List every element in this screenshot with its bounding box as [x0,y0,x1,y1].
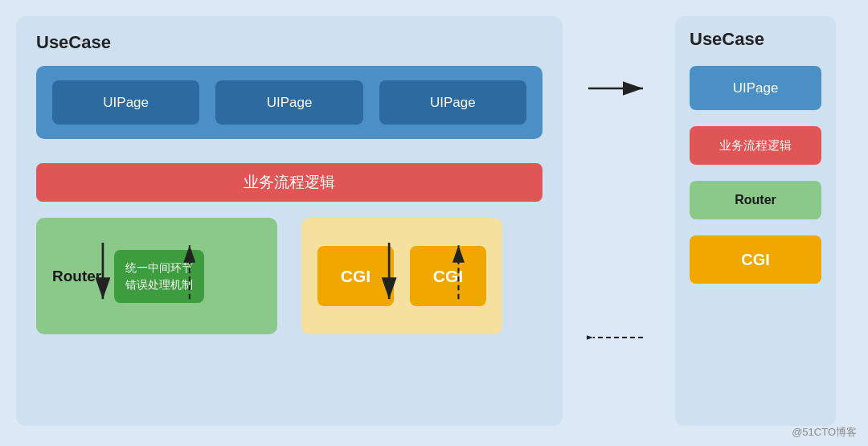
cgi-box-1: CGI [317,246,394,306]
router-section: Router 统一中间环节错误处理机制 [36,218,277,334]
left-usecase-title: UseCase [36,32,542,53]
right-uipage: UIPage [690,66,821,110]
watermark: @51CTO博客 [792,425,857,440]
uipage-box-2: UIPage [215,80,362,125]
main-container: UseCase UIPage UIPage UIPage 业务流程逻辑 Rout… [0,0,868,446]
uipage-row: UIPage UIPage UIPage [36,66,542,139]
left-usecase: UseCase UIPage UIPage UIPage 业务流程逻辑 Rout… [16,16,563,426]
middleware-box: 统一中间环节错误处理机制 [114,250,204,303]
uipage-box-1: UIPage [52,80,199,125]
right-business-logic: 业务流程逻辑 [690,126,821,165]
bottom-row: Router 统一中间环节错误处理机制 CGI CGI [36,218,542,334]
right-arrow-top [587,76,651,100]
right-usecase-title: UseCase [690,29,821,50]
uipage-box-3: UIPage [379,80,526,125]
cgi-section: CGI CGI [301,218,502,334]
right-router: Router [690,181,821,219]
arrow-area [587,16,651,426]
cgi-box-2: CGI [410,246,486,306]
router-label: Router [52,268,101,285]
right-cgi: CGI [690,235,821,284]
right-usecase: UseCase UIPage 业务流程逻辑 Router CGI [675,16,836,426]
middleware-text: 统一中间环节错误处理机制 [125,261,193,291]
left-arrow-dashed [587,325,651,350]
business-logic-bar: 业务流程逻辑 [36,163,542,202]
